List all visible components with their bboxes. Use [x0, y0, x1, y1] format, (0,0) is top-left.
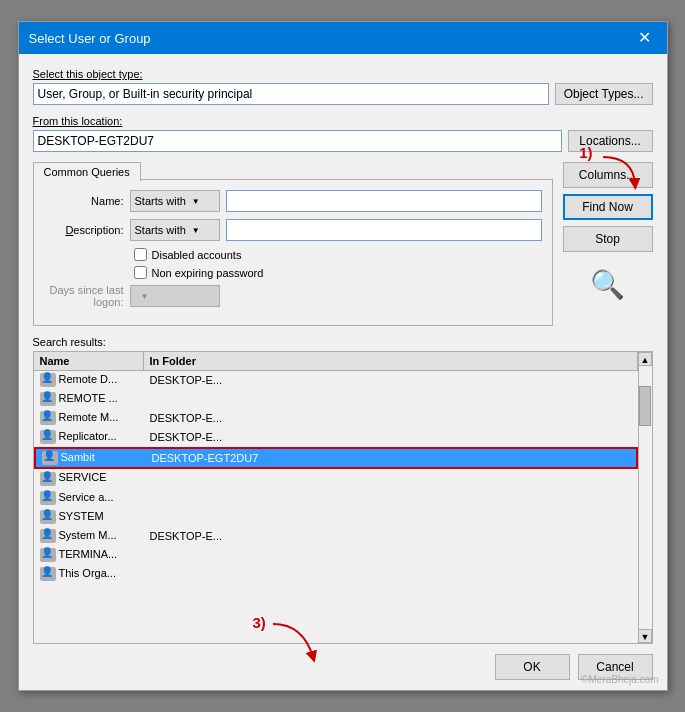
user-icon	[40, 411, 56, 425]
user-icon	[40, 567, 56, 581]
row-name: Replicator...	[34, 428, 144, 446]
row-folder	[144, 496, 638, 500]
name-label: Name:	[44, 195, 124, 207]
row-folder	[144, 515, 638, 519]
user-icon	[40, 529, 56, 543]
days-label: Days since last logon:	[44, 284, 124, 308]
object-type-row: Object Types...	[33, 83, 653, 105]
object-type-group: Select this object type: Object Types...	[33, 68, 653, 105]
common-queries-tab[interactable]: Common Queries	[33, 162, 141, 181]
select-user-dialog: Select User or Group ✕ Select this objec…	[18, 21, 668, 691]
table-row[interactable]: Replicator... DESKTOP-E...	[34, 428, 638, 447]
desc-combo[interactable]: Starts with	[130, 219, 220, 241]
row-folder: DESKTOP-E...	[144, 410, 638, 426]
col-header-name: Name	[34, 352, 144, 370]
row-name: System M...	[34, 527, 144, 545]
table-row-sambit[interactable]: Sambit DESKTOP-EGT2DU7 2)	[34, 447, 638, 469]
dialog-title: Select User or Group	[29, 31, 151, 46]
nonexpiring-row: Non expiring password	[134, 266, 542, 279]
annotation-3-area: 3)	[253, 614, 266, 631]
object-types-button[interactable]: Object Types...	[555, 83, 653, 105]
location-input[interactable]	[33, 130, 562, 152]
object-type-input[interactable]	[33, 83, 549, 105]
row-folder-sambit: DESKTOP-EGT2DU7	[146, 450, 636, 466]
row-folder: DESKTOP-E...	[144, 372, 638, 388]
bottom-buttons: 3) OK Cancel	[33, 654, 653, 680]
row-folder: DESKTOP-E...	[144, 528, 638, 544]
table-row[interactable]: Remote M... DESKTOP-E...	[34, 409, 638, 428]
row-name: This Orga...	[34, 565, 144, 583]
location-group: From this location: Locations...	[33, 115, 653, 152]
row-name: REMOTE ...	[34, 390, 144, 408]
stop-button[interactable]: Stop	[563, 226, 653, 252]
col-header-folder: In Folder	[144, 352, 638, 370]
row-folder: DESKTOP-E...	[144, 429, 638, 445]
table-row[interactable]: This Orga...	[34, 565, 638, 584]
table-row[interactable]: Service a...	[34, 489, 638, 508]
table-row[interactable]: System M... DESKTOP-E...	[34, 527, 638, 546]
desc-input[interactable]	[226, 219, 542, 241]
row-name: Remote D...	[34, 371, 144, 389]
queries-inner: Name: Starts with Description: Starts wi…	[33, 179, 553, 326]
title-bar: Select User or Group ✕	[19, 22, 667, 54]
scroll-down-button[interactable]: ▼	[638, 629, 652, 643]
dialog-body: Select this object type: Object Types...…	[19, 54, 667, 690]
queries-panel: Common Queries Name: Starts with Descrip…	[33, 162, 553, 326]
user-icon	[40, 510, 56, 524]
table-row[interactable]: REMOTE ...	[34, 390, 638, 409]
days-combo[interactable]	[130, 285, 220, 307]
row-name: Service a...	[34, 489, 144, 507]
disabled-accounts-label: Disabled accounts	[152, 249, 242, 261]
row-folder	[144, 572, 638, 576]
row-name-sambit: Sambit	[36, 449, 146, 467]
user-icon	[40, 491, 56, 505]
location-row: Locations...	[33, 130, 653, 152]
arrow-to-find-now	[593, 152, 643, 200]
name-combo[interactable]: Starts with	[130, 190, 220, 212]
results-header: Name In Folder	[34, 352, 638, 371]
row-name: SYSTEM	[34, 508, 144, 526]
user-icon	[40, 548, 56, 562]
table-row[interactable]: Remote D... DESKTOP-E...	[34, 371, 638, 390]
days-row: Days since last logon:	[44, 284, 542, 308]
desc-row: Description: Starts with	[44, 219, 542, 241]
row-name: TERMINA...	[34, 546, 144, 564]
nonexpiring-label: Non expiring password	[152, 267, 264, 279]
row-folder	[144, 477, 638, 481]
search-results-label: Search results:	[33, 336, 653, 348]
right-panel: 1) Columns... Find Now Stop	[563, 162, 653, 326]
user-icon	[40, 472, 56, 486]
annotation-1: 1)	[579, 144, 592, 161]
user-icon	[40, 373, 56, 387]
row-folder	[144, 553, 638, 557]
results-table-wrapper: Name In Folder Remote D... DESKTOP-E... …	[33, 351, 653, 644]
table-row[interactable]: SYSTEM	[34, 508, 638, 527]
scroll-up-button[interactable]: ▲	[638, 352, 652, 366]
close-button[interactable]: ✕	[632, 28, 657, 48]
search-icon: 🔍	[590, 269, 625, 300]
watermark: ©MeraBheja.com	[581, 674, 658, 685]
table-row[interactable]: SERVICE	[34, 469, 638, 488]
search-icon-area: 🔍	[563, 268, 653, 301]
name-row: Name: Starts with	[44, 190, 542, 212]
scrollbar-thumb[interactable]	[639, 386, 651, 426]
desc-label: Description:	[44, 224, 124, 236]
scrollbar[interactable]: ▲ ▼	[638, 352, 652, 643]
row-name: SERVICE	[34, 469, 144, 487]
user-icon	[40, 392, 56, 406]
object-type-label: Select this object type:	[33, 68, 653, 80]
queries-section: Common Queries Name: Starts with Descrip…	[33, 162, 653, 326]
user-icon	[40, 430, 56, 444]
location-label: From this location:	[33, 115, 653, 127]
table-row[interactable]: TERMINA...	[34, 546, 638, 565]
row-folder	[144, 397, 638, 401]
disabled-accounts-checkbox[interactable]	[134, 248, 147, 261]
row-name: Remote M...	[34, 409, 144, 427]
name-input[interactable]	[226, 190, 542, 212]
disabled-accounts-row: Disabled accounts	[134, 248, 542, 261]
user-icon	[42, 451, 58, 465]
nonexpiring-checkbox[interactable]	[134, 266, 147, 279]
results-content: Name In Folder Remote D... DESKTOP-E... …	[34, 352, 638, 643]
ok-button[interactable]: OK	[495, 654, 570, 680]
